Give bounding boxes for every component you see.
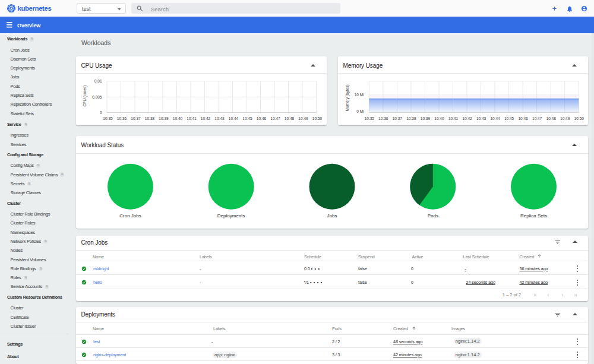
- svg-text:10:42: 10:42: [201, 116, 211, 121]
- svg-text:10:47: 10:47: [532, 116, 542, 121]
- svg-text:10:43: 10:43: [214, 116, 225, 121]
- svg-text:10:39: 10:39: [159, 116, 169, 121]
- svg-text:10:37: 10:37: [131, 116, 141, 121]
- svg-text:10:48: 10:48: [285, 116, 295, 121]
- svg-text:10:38: 10:38: [406, 116, 416, 121]
- svg-text:10:50: 10:50: [574, 116, 584, 121]
- svg-text:10:44: 10:44: [490, 116, 500, 121]
- svg-text:10:46: 10:46: [518, 116, 528, 121]
- svg-text:0: 0: [100, 110, 102, 115]
- svg-text:10:43: 10:43: [476, 116, 486, 121]
- svg-text:Memory (bytes): Memory (bytes): [346, 84, 350, 111]
- svg-text:10:46: 10:46: [257, 116, 267, 121]
- svg-text:10:40: 10:40: [434, 116, 444, 121]
- svg-text:10:42: 10:42: [462, 116, 472, 121]
- svg-text:10:49: 10:49: [298, 116, 308, 121]
- svg-text:10 Mi: 10 Mi: [355, 93, 364, 97]
- svg-text:10:39: 10:39: [421, 116, 431, 121]
- svg-text:10:36: 10:36: [378, 116, 388, 121]
- svg-text:10:45: 10:45: [504, 116, 514, 121]
- svg-text:10:49: 10:49: [560, 116, 570, 121]
- svg-text:10:36: 10:36: [117, 116, 127, 121]
- svg-text:0.01: 0.01: [94, 79, 102, 83]
- svg-text:10:41: 10:41: [187, 116, 197, 121]
- svg-text:10:35: 10:35: [103, 116, 113, 121]
- svg-text:0.005: 0.005: [92, 95, 102, 99]
- svg-text:10:48: 10:48: [546, 116, 557, 121]
- svg-text:0 Mi: 0 Mi: [356, 109, 364, 113]
- svg-text:10:37: 10:37: [393, 116, 403, 121]
- svg-text:10:44: 10:44: [229, 116, 239, 121]
- svg-text:10:40: 10:40: [173, 116, 183, 121]
- svg-text:CPU (cores): CPU (cores): [83, 86, 87, 107]
- svg-text:10:50: 10:50: [312, 116, 323, 121]
- svg-text:10:41: 10:41: [448, 116, 459, 121]
- svg-text:10:47: 10:47: [270, 116, 280, 121]
- svg-text:10:45: 10:45: [242, 116, 252, 121]
- svg-text:10:38: 10:38: [145, 116, 155, 121]
- svg-text:10:35: 10:35: [365, 116, 375, 121]
